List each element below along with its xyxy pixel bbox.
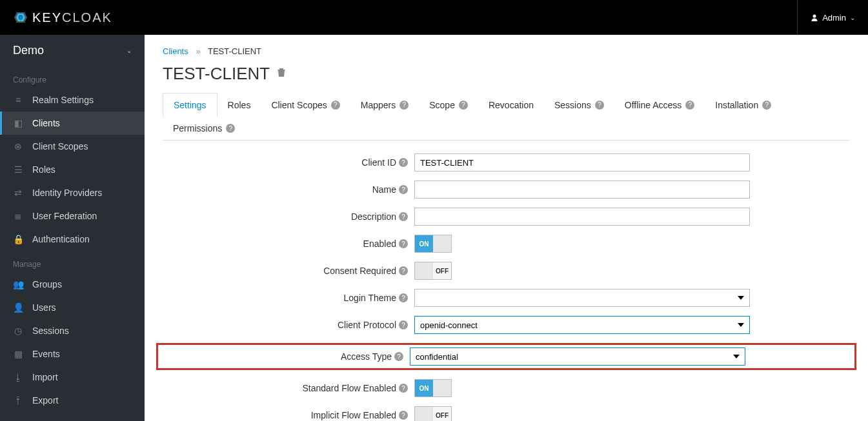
sidebar-item-user-federation[interactable]: ≣User Federation	[0, 204, 145, 228]
row-client-protocol: Client Protocol? openid-connect	[163, 316, 850, 334]
group-icon: 👥	[13, 279, 23, 289]
delete-client-button[interactable]	[276, 67, 287, 81]
sidebar-item-authentication[interactable]: 🔒Authentication	[0, 228, 145, 251]
tab-mappers[interactable]: Mappers?	[350, 93, 419, 117]
user-menu[interactable]: Admin ⌄	[797, 0, 855, 35]
help-icon[interactable]: ?	[399, 212, 408, 221]
user-name: Admin	[822, 13, 846, 23]
breadcrumb-clients-link[interactable]: Clients	[163, 46, 188, 56]
description-input[interactable]	[414, 208, 750, 226]
database-icon: ≣	[13, 211, 23, 221]
chevron-down-icon: ⌄	[850, 14, 855, 21]
tab-permissions[interactable]: Permissions?	[163, 117, 245, 140]
sidebar-item-identity-providers[interactable]: ⇄Identity Providers	[0, 181, 145, 204]
breadcrumb-current: TEST-CLIENT	[208, 46, 261, 56]
help-icon[interactable]: ?	[399, 293, 408, 302]
help-icon[interactable]: ?	[399, 158, 408, 167]
label-standard-flow: Standard Flow Enabled	[302, 383, 396, 393]
help-icon[interactable]: ?	[399, 266, 408, 275]
sidebar-item-client-scopes[interactable]: ⊛Client Scopes	[0, 135, 145, 158]
top-bar: KEYCLOAK Admin ⌄	[0, 0, 868, 35]
help-icon[interactable]: ?	[399, 101, 409, 110]
logo[interactable]: KEYCLOAK	[13, 10, 112, 25]
label-access-type: Access Type	[341, 351, 392, 362]
tab-sessions[interactable]: Sessions?	[544, 93, 614, 117]
sidebar-item-import[interactable]: ⭳Import	[0, 366, 145, 389]
tab-scope[interactable]: Scope?	[419, 93, 478, 117]
tab-settings[interactable]: Settings	[163, 93, 217, 117]
help-icon[interactable]: ?	[762, 101, 771, 110]
label-description: Description	[351, 211, 396, 222]
label-client-protocol: Client Protocol	[338, 320, 396, 330]
sidebar-item-export[interactable]: ⭱Export	[0, 389, 145, 412]
standard-flow-toggle[interactable]: ONOFF	[414, 379, 452, 397]
help-icon[interactable]: ?	[685, 101, 694, 110]
consent-toggle[interactable]: ONOFF	[414, 262, 452, 280]
list-icon: ☰	[13, 164, 23, 175]
help-icon[interactable]: ?	[399, 185, 408, 194]
keycloak-logo-icon	[13, 10, 28, 25]
row-description: Description?	[163, 208, 850, 226]
implicit-flow-toggle[interactable]: ONOFF	[414, 406, 452, 421]
help-icon[interactable]: ?	[595, 101, 604, 110]
help-icon[interactable]: ?	[399, 411, 408, 420]
sidebar-item-groups[interactable]: 👥Groups	[0, 273, 145, 296]
sidebar-item-users[interactable]: 👤Users	[0, 296, 145, 319]
row-login-theme: Login Theme?	[163, 289, 850, 307]
clock-icon: ◷	[13, 326, 23, 336]
svg-point-3	[813, 15, 816, 18]
label-name: Name	[372, 184, 396, 195]
name-input[interactable]	[414, 181, 750, 199]
user-icon: 👤	[13, 302, 23, 313]
label-enabled: Enabled	[363, 239, 396, 249]
sidebar: Demo ⌄ Configure ≡Realm Settings ◧Client…	[0, 35, 145, 421]
help-icon[interactable]: ?	[399, 384, 408, 393]
access-type-select[interactable]: confidential	[410, 348, 745, 366]
label-client-id: Client ID	[361, 157, 396, 168]
help-icon[interactable]: ?	[394, 352, 403, 361]
chevron-down-icon: ⌄	[126, 47, 132, 54]
sidebar-item-clients[interactable]: ◧Clients	[0, 112, 145, 135]
tab-client-scopes[interactable]: Client Scopes?	[261, 93, 350, 117]
calendar-icon: ▦	[13, 349, 23, 359]
sidebar-section-manage: Manage	[0, 251, 145, 273]
label-login-theme: Login Theme	[344, 293, 396, 303]
breadcrumb-separator: »	[196, 46, 200, 56]
tab-revocation[interactable]: Revocation	[478, 93, 544, 117]
help-icon[interactable]: ?	[459, 101, 468, 110]
export-icon: ⭱	[13, 395, 23, 406]
row-implicit-flow: Implicit Flow Enabled? ONOFF	[163, 406, 850, 421]
scopes-icon: ⊛	[13, 141, 23, 152]
label-implicit-flow: Implicit Flow Enabled	[311, 410, 396, 420]
trash-icon	[276, 67, 287, 77]
cube-icon: ◧	[13, 118, 23, 128]
tab-installation[interactable]: Installation?	[705, 93, 782, 117]
row-consent-required: Consent Required? ONOFF	[163, 262, 850, 280]
help-icon[interactable]: ?	[226, 124, 235, 133]
login-theme-select[interactable]	[414, 289, 750, 307]
label-consent: Consent Required	[323, 266, 396, 276]
help-icon[interactable]: ?	[399, 239, 408, 248]
breadcrumb: Clients » TEST-CLIENT	[163, 46, 850, 56]
enabled-toggle[interactable]: ONOFF	[414, 235, 452, 253]
sidebar-item-events[interactable]: ▦Events	[0, 342, 145, 366]
tab-roles[interactable]: Roles	[217, 93, 261, 117]
client-protocol-select[interactable]: openid-connect	[414, 316, 750, 334]
tab-offline-access[interactable]: Offline Access?	[614, 93, 705, 117]
client-id-input[interactable]	[414, 153, 750, 171]
sidebar-item-sessions[interactable]: ◷Sessions	[0, 319, 145, 342]
exchange-icon: ⇄	[13, 188, 23, 198]
user-icon	[811, 14, 818, 21]
main-content: Clients » TEST-CLIENT TEST-CLIENT Settin…	[145, 35, 868, 421]
sidebar-item-roles[interactable]: ☰Roles	[0, 158, 145, 181]
tabs: Settings Roles Client Scopes? Mappers? S…	[163, 93, 850, 141]
help-icon[interactable]: ?	[331, 101, 340, 110]
sidebar-section-configure: Configure	[0, 66, 145, 88]
row-standard-flow: Standard Flow Enabled? ONOFF	[163, 379, 850, 397]
import-icon: ⭳	[13, 372, 23, 382]
sidebar-item-realm-settings[interactable]: ≡Realm Settings	[0, 88, 145, 112]
realm-selector[interactable]: Demo ⌄	[0, 35, 145, 66]
row-access-type: Access Type? confidential	[156, 343, 856, 370]
help-icon[interactable]: ?	[399, 320, 408, 329]
page-title: TEST-CLIENT	[163, 64, 850, 84]
